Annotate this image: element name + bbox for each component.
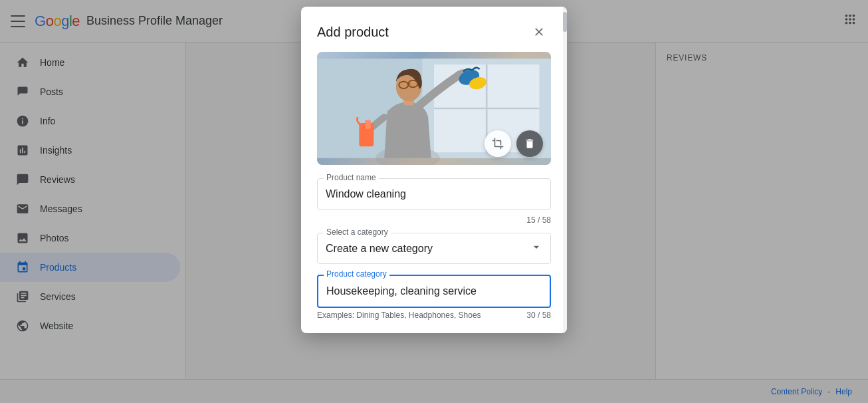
category-placeholder-text: Examples: Dining Tables, Headphones, Sho… bbox=[317, 311, 481, 320]
select-category-label: Select a category bbox=[324, 227, 391, 237]
modal-backdrop: Add product bbox=[0, 0, 868, 403]
modal-body: Product name 15 / 58 Select a category C… bbox=[301, 52, 567, 333]
modal-title: Add product bbox=[317, 25, 389, 40]
modal-close-button[interactable] bbox=[527, 20, 551, 44]
modal-scrollbar[interactable] bbox=[563, 7, 567, 333]
crop-image-button[interactable] bbox=[485, 130, 511, 157]
product-category-label: Product category bbox=[324, 269, 389, 279]
product-category-input[interactable] bbox=[317, 275, 551, 308]
delete-image-button[interactable] bbox=[516, 130, 543, 157]
add-product-modal: Add product bbox=[301, 7, 567, 333]
svg-rect-14 bbox=[365, 120, 371, 129]
category-char-count: 30 / 58 bbox=[526, 311, 551, 320]
product-category-wrapper: Product category bbox=[317, 275, 551, 308]
product-image-container bbox=[317, 52, 551, 165]
category-select-wrapper: Select a category Create a new category bbox=[317, 233, 551, 264]
modal-header: Add product bbox=[301, 7, 567, 52]
product-category-helper: Examples: Dining Tables, Headphones, Sho… bbox=[317, 311, 551, 320]
product-name-field: Product name bbox=[317, 178, 551, 210]
product-name-input[interactable] bbox=[317, 178, 551, 210]
category-select[interactable]: Create a new category bbox=[317, 233, 551, 264]
product-name-char-count: 15 / 58 bbox=[317, 215, 551, 225]
product-name-label: Product name bbox=[324, 173, 379, 182]
image-actions bbox=[485, 130, 543, 157]
modal-scroll-thumb bbox=[563, 12, 567, 32]
